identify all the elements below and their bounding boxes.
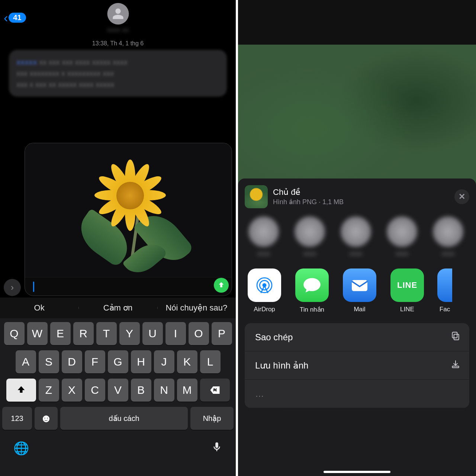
- messages-screen: ‹ 41 xxxx xx 13:38, Th 4, 1 thg 6 xxxxx …: [0, 0, 238, 476]
- emoji-key[interactable]: ☻: [35, 407, 58, 430]
- key[interactable]: J: [154, 350, 174, 373]
- message-input[interactable]: [25, 277, 232, 296]
- key[interactable]: D: [62, 350, 82, 373]
- facetime-icon: [437, 268, 452, 302]
- contact-name: xxxx xx: [107, 26, 129, 34]
- key[interactable]: Z: [39, 379, 59, 402]
- key[interactable]: Q: [4, 322, 25, 345]
- suggestion[interactable]: Nói chuyện sau?: [157, 303, 236, 313]
- key[interactable]: S: [39, 350, 59, 373]
- app-airdrop[interactable]: AirDrop: [247, 268, 282, 313]
- send-button[interactable]: [214, 278, 229, 293]
- app-mail[interactable]: Mail: [342, 268, 377, 313]
- mail-icon: [343, 268, 376, 302]
- unread-badge: 41: [9, 13, 26, 23]
- app-facetime[interactable]: Fac: [437, 268, 452, 313]
- numbers-key[interactable]: 123: [2, 407, 32, 430]
- messages-icon: [295, 268, 329, 302]
- key[interactable]: V: [108, 379, 128, 402]
- action-list: Sao chép Lưu hình ảnh …: [245, 323, 469, 408]
- globe-key[interactable]: 🌐: [13, 441, 29, 456]
- flower-cutout: [69, 151, 188, 270]
- key[interactable]: O: [189, 322, 209, 345]
- compose-bar: ›: [0, 143, 236, 296]
- contact-avatar[interactable]: xxxx xx: [107, 3, 129, 34]
- svg-rect-4: [454, 334, 459, 340]
- compose-box[interactable]: [25, 143, 232, 296]
- key[interactable]: L: [200, 350, 221, 373]
- svg-rect-5: [452, 332, 457, 338]
- share-thumbnail: [245, 185, 268, 208]
- key[interactable]: N: [154, 379, 174, 402]
- keyboard: Q W E R T Y U I O P A S D F G H J K L Z: [0, 318, 236, 476]
- line-icon: LINE: [390, 268, 424, 302]
- key[interactable]: C: [85, 379, 105, 402]
- person-icon: [107, 3, 129, 25]
- share-title: Chủ đề: [273, 187, 449, 197]
- download-icon: [451, 359, 460, 372]
- message-timestamp: 13:38, Th 4, 1 thg 6: [0, 40, 236, 47]
- emoji-icon: ☻: [40, 412, 52, 425]
- key[interactable]: B: [131, 379, 151, 402]
- share-subtitle: Hình ảnh PNG · 1,1 MB: [273, 198, 449, 206]
- chevron-right-icon: ›: [11, 282, 14, 293]
- key[interactable]: E: [50, 322, 71, 345]
- airdrop-icon: [248, 268, 281, 302]
- action-save-image[interactable]: Lưu hình ảnh: [245, 351, 469, 380]
- share-sheet: Chủ đề Hình ảnh PNG · 1,1 MB ✕ xxxxx xxx…: [238, 178, 476, 476]
- photo-preview[interactable]: [238, 0, 476, 184]
- dictation-key[interactable]: [211, 441, 222, 456]
- copy-icon: [451, 331, 460, 343]
- share-sheet-screen: Chủ đề Hình ảnh PNG · 1,1 MB ✕ xxxxx xxx…: [238, 0, 476, 476]
- message-bubble-redacted: xxxxx xx xxx xxx xxxx xxxxx xxxx xxx xxx…: [9, 50, 227, 97]
- return-key[interactable]: Nhập: [190, 407, 234, 430]
- key[interactable]: H: [131, 350, 151, 373]
- app-line[interactable]: LINE LINE: [390, 268, 425, 313]
- key[interactable]: P: [212, 322, 232, 345]
- space-key[interactable]: dấu cách: [60, 407, 188, 430]
- key[interactable]: M: [177, 379, 197, 402]
- action-copy[interactable]: Sao chép: [245, 323, 469, 351]
- close-button[interactable]: ✕: [454, 189, 469, 204]
- delete-key[interactable]: [200, 379, 230, 402]
- share-apps-row: AirDrop Tin nhắn Mail LINE LINE Fac: [245, 267, 469, 313]
- attached-image[interactable]: [25, 143, 232, 277]
- quicktype-suggestions: Ok Cảm ơn Nói chuyện sau?: [0, 298, 236, 318]
- key[interactable]: T: [96, 322, 117, 345]
- action-truncated[interactable]: …: [245, 380, 469, 408]
- key[interactable]: K: [177, 350, 197, 373]
- app-messages[interactable]: Tin nhắn: [295, 268, 329, 313]
- key[interactable]: X: [62, 379, 82, 402]
- key[interactable]: U: [142, 322, 163, 345]
- key[interactable]: Y: [119, 322, 140, 345]
- home-indicator[interactable]: [324, 471, 390, 473]
- arrow-up-icon: [217, 281, 225, 289]
- key[interactable]: G: [108, 350, 128, 373]
- key[interactable]: F: [85, 350, 105, 373]
- suggestion[interactable]: Cảm ơn: [78, 303, 157, 313]
- backspace-icon: [209, 385, 221, 396]
- expand-button[interactable]: ›: [4, 279, 21, 296]
- shift-key[interactable]: [6, 379, 36, 402]
- suggestion[interactable]: Ok: [0, 303, 78, 313]
- mic-icon: [211, 441, 222, 453]
- key[interactable]: R: [73, 322, 94, 345]
- share-header: Chủ đề Hình ảnh PNG · 1,1 MB ✕: [245, 185, 469, 208]
- text-cursor: [33, 282, 34, 292]
- shift-icon: [16, 385, 26, 395]
- key[interactable]: A: [16, 350, 36, 373]
- svg-rect-6: [452, 366, 459, 367]
- key[interactable]: W: [27, 322, 48, 345]
- nav-bar: ‹ 41 xxxx xx: [0, 0, 236, 35]
- svg-rect-3: [352, 280, 367, 291]
- back-button[interactable]: ‹ 41: [4, 11, 26, 24]
- close-icon: ✕: [459, 192, 465, 202]
- key[interactable]: I: [165, 322, 186, 345]
- chevron-left-icon: ‹: [4, 11, 8, 24]
- share-contacts-row[interactable]: xxxxx xxxxx xxxxx xxxxx xxxxx: [245, 216, 469, 267]
